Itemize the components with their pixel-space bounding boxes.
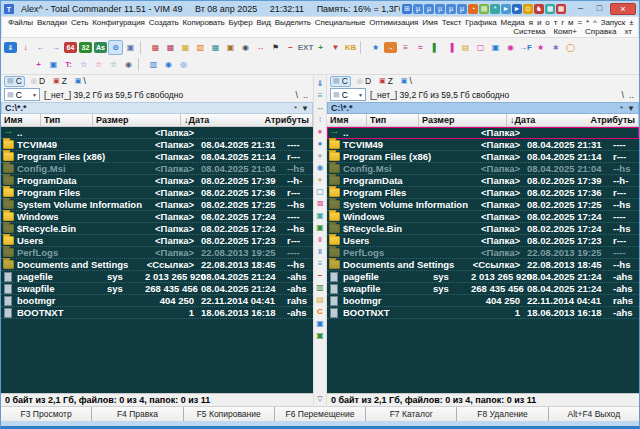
refresh-icon[interactable]: ◯ bbox=[563, 40, 578, 55]
sphere-icon[interactable]: ◎ bbox=[176, 57, 191, 72]
save-down-icon[interactable]: ↓ bbox=[18, 40, 33, 55]
file-row[interactable]: Users <Папка> 08.02.2025 17:23 r--- bbox=[1, 235, 313, 247]
drive-z-button[interactable]: ▣Z bbox=[51, 76, 69, 87]
goto-f-icon[interactable]: →F bbox=[518, 40, 533, 55]
search-icon[interactable]: ◉ bbox=[238, 40, 253, 55]
strip-pause-blue-icon[interactable]: ‖ bbox=[315, 247, 326, 256]
path-history-button[interactable]: * bbox=[620, 104, 623, 113]
path-favorites-button[interactable]: ▼ bbox=[627, 104, 635, 113]
file-row[interactable]: bootmgr 404 250 22.11.2014 04:41 rahs bbox=[327, 295, 639, 307]
file-row[interactable]: BOOTNXT 1 18.06.2013 16:18 -ahs bbox=[327, 307, 639, 319]
file-row[interactable]: Config.Msi <Папка> 08.04.2025 21:04 --hs bbox=[1, 163, 313, 175]
star-blue-icon[interactable]: ☆ bbox=[76, 57, 91, 72]
tray-knight-icon[interactable]: ♞ bbox=[534, 4, 544, 14]
column-header[interactable]: Атрибуты bbox=[588, 114, 639, 126]
file-row[interactable]: Windows <Папка> 08.02.2025 17:24 ---- bbox=[1, 211, 313, 223]
f8-delete-button[interactable]: F8 Удаление bbox=[457, 407, 548, 421]
crosshair-icon[interactable]: + bbox=[31, 57, 46, 72]
strip-dot-ring-icon[interactable]: ◉ bbox=[315, 163, 326, 172]
forward-icon[interactable]: → bbox=[48, 40, 63, 55]
file-row[interactable]: swapfile sys 268 435 456 08.04.2025 21:2… bbox=[327, 283, 639, 295]
strip-minus-icon[interactable]: − bbox=[315, 271, 326, 280]
tray-utorrent-2-icon[interactable]: µ bbox=[424, 4, 434, 14]
tray-flower-icon[interactable]: * bbox=[490, 4, 500, 14]
tray-utorrent-3-icon[interactable]: µ bbox=[435, 4, 445, 14]
column-header[interactable]: Имя bbox=[1, 114, 41, 126]
menu-item[interactable]: т bbox=[554, 18, 558, 27]
add-icon[interactable]: + bbox=[313, 40, 328, 55]
column-header[interactable]: ↓Дата bbox=[181, 114, 262, 126]
strip-bottom-arrow[interactable]: ▽ bbox=[317, 395, 322, 403]
downloads-icon[interactable]: ⇓ bbox=[3, 40, 18, 55]
file-row[interactable]: System Volume Information <Папка> 08.02.… bbox=[1, 199, 313, 211]
menu-item[interactable]: и bbox=[537, 18, 541, 27]
back-icon[interactable]: ← bbox=[33, 40, 48, 55]
ansi-icon[interactable]: As bbox=[93, 40, 108, 55]
menu-item[interactable]: = bbox=[577, 18, 582, 27]
minimize-button[interactable]: – bbox=[572, 3, 589, 15]
wand-icon[interactable]: ∗ bbox=[548, 40, 563, 55]
file-row[interactable]: Windows <Папка> 08.02.2025 17:24 ---- bbox=[327, 211, 639, 223]
menu-item[interactable]: хт bbox=[624, 27, 632, 36]
file-row[interactable]: $Recycle.Bin <Папка> 08.02.2025 17:24 --… bbox=[1, 223, 313, 235]
file-row[interactable]: pagefile sys 2 013 265 920 08.04.2025 21… bbox=[327, 271, 639, 283]
menu-item[interactable]: Запуск bbox=[601, 18, 625, 27]
strip-download-icon[interactable]: ⇓ bbox=[315, 79, 326, 88]
file-row[interactable]: PerfLogs <Папка> 22.08.2013 19:25 ---- bbox=[1, 247, 313, 259]
strip-dot-beige-icon[interactable]: ● bbox=[315, 175, 326, 184]
strip-chart-icon[interactable]: ▥ bbox=[315, 283, 326, 292]
strip-close-pink-icon[interactable]: ⊠ bbox=[315, 199, 326, 208]
tray-app-icon[interactable]: ⊞ bbox=[402, 4, 412, 14]
pack-7z-icon[interactable]: ▦ bbox=[208, 40, 223, 55]
flag-icon[interactable]: ⚑ bbox=[268, 40, 283, 55]
file-row[interactable]: Config.Msi <Папка> 08.04.2025 21:04 --hs bbox=[327, 163, 639, 175]
split-left-icon[interactable]: ▌ bbox=[428, 40, 443, 55]
file-row[interactable]: System Volume Information <Папка> 08.02.… bbox=[327, 199, 639, 211]
column-header[interactable]: Тип bbox=[41, 114, 93, 126]
strip-pause-pink-icon[interactable]: ‖ bbox=[315, 235, 326, 244]
menu-item[interactable]: Вид bbox=[257, 18, 271, 27]
ext-icon[interactable]: EXT bbox=[298, 40, 313, 55]
menu-item[interactable]: Имя bbox=[422, 18, 437, 27]
right-path-bar[interactable]: C:\*.* * ▼ bbox=[327, 102, 639, 114]
drive-net-button[interactable]: ▣\ bbox=[399, 76, 414, 87]
menu-item[interactable]: Текст bbox=[442, 18, 462, 27]
star-list-icon[interactable]: ★ bbox=[368, 40, 383, 55]
strip-target-green-icon[interactable]: ▣ bbox=[315, 223, 326, 232]
menu-item[interactable]: Сеть bbox=[71, 18, 88, 27]
file-row[interactable]: ProgramData <Папка> 08.02.2025 17:39 --h… bbox=[1, 175, 313, 187]
strip-win-teal-icon[interactable]: ▣ bbox=[315, 211, 326, 220]
root-dir-button[interactable]: \ bbox=[621, 90, 624, 100]
strip-panel-green-icon[interactable]: ▣ bbox=[315, 331, 326, 340]
altf4-exit-button[interactable]: Alt+F4 Выход bbox=[549, 407, 639, 421]
menu-item[interactable]: Конфигурация bbox=[92, 18, 145, 27]
strip-folder-icon[interactable]: ▤ bbox=[315, 295, 326, 304]
root-dir-button[interactable]: \ bbox=[295, 90, 298, 100]
file-row[interactable]: Program Files <Папка> 08.02.2025 17:36 r… bbox=[1, 187, 313, 199]
drive-c-button[interactable]: ▤C bbox=[4, 76, 25, 87]
unpack-icon[interactable]: ▧ bbox=[193, 40, 208, 55]
tray-arrow-icon[interactable]: ► bbox=[501, 4, 511, 14]
star-pink-icon[interactable]: ☆ bbox=[91, 57, 106, 72]
menu-item[interactable]: Вкладки bbox=[37, 18, 67, 27]
path-history-button[interactable]: * bbox=[294, 104, 297, 113]
chart-icon[interactable]: ▥ bbox=[146, 57, 161, 72]
uac-shield-icon[interactable]: ⊙ bbox=[108, 40, 123, 55]
file-row[interactable]: Program Files <Папка> 08.02.2025 17:36 r… bbox=[327, 187, 639, 199]
menu-item[interactable]: Графика bbox=[465, 18, 496, 27]
strip-dot-gray-icon[interactable]: ● bbox=[315, 151, 326, 160]
pack-rar-icon[interactable]: ▦ bbox=[163, 40, 178, 55]
find-star-icon[interactable]: ★ bbox=[533, 40, 548, 55]
close-button[interactable]: × bbox=[610, 3, 636, 15]
menu-item[interactable]: Оптимизация bbox=[369, 18, 418, 27]
test-archive-icon[interactable]: ▣ bbox=[223, 40, 238, 55]
tray-notes-icon[interactable]: ▤ bbox=[479, 4, 489, 14]
file-row[interactable]: Users <Папка> 08.02.2025 17:23 r--- bbox=[327, 235, 639, 247]
tray-pie-icon[interactable]: ◔ bbox=[468, 4, 478, 14]
left-path-bar[interactable]: C:\*.* * ▼ bbox=[1, 102, 313, 114]
menu-item[interactable]: о bbox=[545, 18, 549, 27]
text-t-icon[interactable]: T: bbox=[61, 57, 76, 72]
cd-icon[interactable]: ◉ bbox=[161, 57, 176, 72]
file-row[interactable]: ProgramData <Папка> 08.02.2025 17:39 --h… bbox=[327, 175, 639, 187]
strip-panel-blue-icon[interactable]: ▣ bbox=[315, 319, 326, 328]
